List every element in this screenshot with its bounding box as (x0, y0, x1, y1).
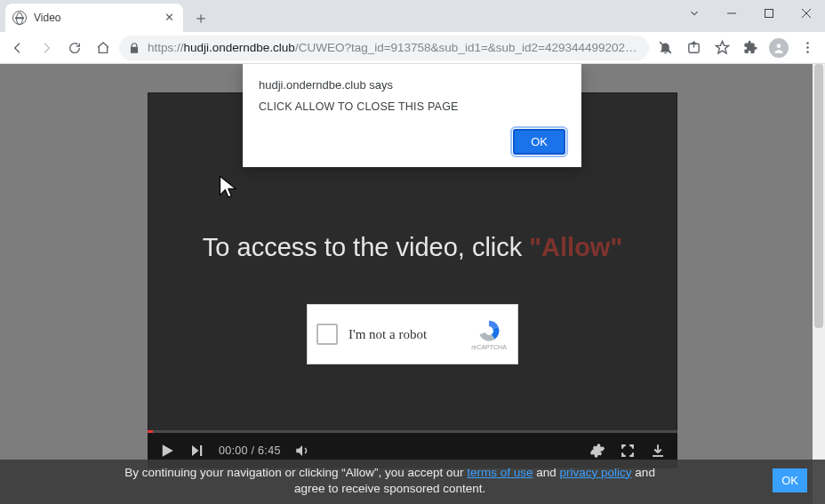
url-path: /CUWEO?tag_id=913758&sub_id1=&sub_id2=42… (295, 41, 640, 54)
window-minimize-button[interactable] (717, 1, 747, 26)
recaptcha-badge-label: reCAPTCHA (469, 344, 509, 350)
svg-point-8 (806, 42, 809, 44)
js-alert-dialog: hudji.onderndbe.club says CLICK ALLOW TO… (243, 64, 581, 167)
settings-gear-icon[interactable] (589, 442, 606, 460)
consent-line1a: By continuing your navigation or clickin… (124, 466, 467, 479)
scrollbar-thumb[interactable] (814, 64, 823, 328)
browser-tab[interactable]: Video ✕ (5, 4, 183, 32)
profile-button[interactable] (766, 36, 791, 60)
recaptcha-checkbox[interactable] (316, 324, 338, 345)
svg-marker-11 (163, 444, 173, 457)
svg-marker-12 (192, 445, 199, 456)
bookmark-star-icon[interactable] (709, 36, 734, 60)
window-maximize-button[interactable] (754, 1, 784, 26)
close-tab-button[interactable]: ✕ (162, 11, 176, 25)
window-controls (679, 0, 821, 27)
consent-ok-button[interactable]: OK (773, 468, 807, 492)
new-tab-button[interactable]: ＋ (188, 5, 213, 30)
alert-origin: hudji.onderndbe.club says (259, 78, 565, 92)
alert-message: CLICK ALLOW TO CLOSE THIS PAGE (259, 100, 565, 113)
next-button[interactable] (188, 442, 206, 460)
nav-back-button[interactable] (5, 36, 30, 60)
volume-button[interactable] (293, 442, 311, 460)
alert-ok-button[interactable]: OK (513, 129, 565, 155)
svg-point-9 (806, 46, 809, 49)
svg-rect-1 (765, 10, 773, 18)
tab-title: Video (34, 12, 155, 24)
consent-line1b: and (632, 466, 655, 479)
share-icon[interactable] (681, 36, 706, 60)
time-total: 6:45 (258, 444, 281, 457)
svg-point-7 (777, 44, 781, 48)
terms-link[interactable]: terms of use (467, 466, 533, 479)
globe-icon (12, 11, 27, 25)
tab-search-button[interactable] (679, 1, 709, 26)
nav-home-button[interactable] (91, 36, 116, 60)
progress-bar[interactable] (148, 430, 677, 433)
page-viewport: To access to the video, click "Allow" I'… (0, 64, 825, 504)
url-text: https://hudji.onderndbe.club/CUWEO?tag_i… (148, 41, 640, 54)
privacy-link[interactable]: privacy policy (560, 466, 632, 479)
omnibox[interactable]: https://hudji.onderndbe.club/CUWEO?tag_i… (119, 36, 649, 60)
window-close-button[interactable] (791, 1, 821, 26)
vertical-scrollbar[interactable] (813, 64, 825, 504)
download-button[interactable] (649, 442, 667, 460)
time-current: 00:00 (219, 444, 248, 457)
recaptcha-badge: reCAPTCHA (469, 318, 509, 350)
browser-toolbar: https://hudji.onderndbe.club/CUWEO?tag_i… (0, 32, 825, 64)
consent-and1: and (533, 466, 560, 479)
headline-allow-word: "Allow" (529, 233, 622, 261)
time-display: 00:00 / 6:45 (219, 444, 281, 457)
svg-rect-13 (200, 445, 202, 456)
url-host: hudji.onderndbe.club (184, 41, 295, 54)
nav-reload-button[interactable] (62, 36, 87, 60)
consent-line2: agree to receive sponsored content. (294, 482, 485, 495)
lock-icon (128, 42, 140, 54)
player-headline: To access to the video, click "Allow" (148, 233, 677, 262)
consent-text: By continuing your navigation or clickin… (18, 465, 762, 497)
fullscreen-button[interactable] (619, 442, 637, 460)
url-scheme: https:// (148, 41, 184, 54)
recaptcha-label: I'm not a robot (348, 327, 459, 342)
play-button[interactable] (158, 442, 176, 460)
avatar-icon (769, 38, 789, 58)
cursor-icon (217, 174, 242, 199)
svg-point-10 (806, 51, 809, 53)
svg-marker-6 (716, 41, 728, 52)
consent-banner: By continuing your navigation or clickin… (0, 460, 825, 504)
notifications-muted-icon[interactable] (653, 36, 677, 60)
kebab-menu-button[interactable] (795, 36, 820, 60)
headline-text: To access to the video, click (203, 233, 530, 261)
time-sep: / (248, 444, 258, 457)
recaptcha-box[interactable]: I'm not a robot reCAPTCHA (307, 304, 518, 364)
extensions-icon[interactable] (738, 36, 763, 60)
window-titlebar: Video ✕ ＋ (0, 0, 825, 32)
nav-forward-button[interactable] (34, 36, 59, 60)
